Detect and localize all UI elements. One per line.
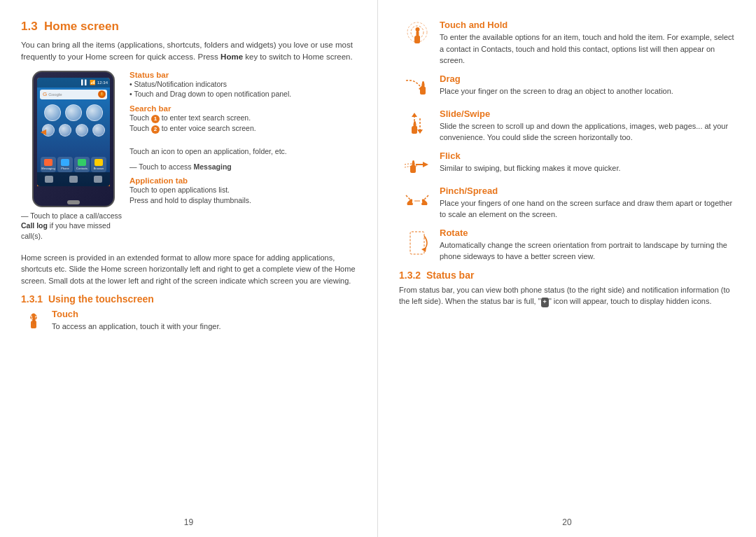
- home-button: [67, 200, 80, 204]
- callouts-panel: Status bar • Status/Notification indicat…: [126, 71, 356, 245]
- slide-swipe-desc: Slide the screen to scroll up and down t…: [440, 120, 735, 144]
- app-tab-line1: Touch to open applications list.: [130, 186, 230, 194]
- svg-rect-6: [416, 28, 419, 33]
- call-log-bold: Call log: [21, 221, 48, 230]
- msg-icon: [94, 176, 102, 183]
- status-item-2: Touch and Drag down to open notification…: [134, 90, 291, 98]
- slide-svg: [400, 109, 434, 138]
- pinch-svg: [400, 186, 434, 216]
- messaging-callout: — Touch to access Messaging: [130, 162, 356, 172]
- touch-and-hold-content: Touch and Hold To enter the available op…: [440, 20, 735, 67]
- bubble: [92, 124, 105, 137]
- touch-hold-svg: [400, 20, 434, 55]
- pinch-spread-content: Pinch/Spread Place your fingers of one h…: [440, 186, 735, 221]
- section-number: 1.3: [21, 20, 38, 33]
- search-bar-text: Touch 1 to enter text search screen. Tou…: [130, 113, 356, 134]
- bubble: [86, 104, 103, 121]
- flick-desc: Similar to swiping, but flicking makes i…: [440, 162, 621, 174]
- call-icon: [45, 176, 53, 183]
- touch-description: To access an application, touch it with …: [52, 321, 221, 333]
- touch-icon-text: Touch an icon to open an application, fo…: [130, 146, 356, 157]
- touch-hand-svg: [21, 309, 46, 337]
- badge-2: 2: [151, 125, 160, 134]
- pinch-spread-desc: Place your fingers of one hand on the sc…: [440, 197, 735, 221]
- svg-marker-12: [423, 162, 428, 167]
- intro-paragraph: You can bring all the items (application…: [21, 39, 356, 64]
- status-badge-icon: +: [541, 298, 549, 307]
- search-badge: !: [98, 90, 106, 98]
- intro-bold-home: Home: [220, 53, 243, 61]
- flick-content: Flick Similar to swiping, but flicking m…: [440, 151, 621, 174]
- touch-and-hold-icon: [399, 20, 435, 55]
- call-log-callout: — Touch to place a call/access Call log …: [21, 211, 126, 242]
- bubble: [44, 104, 61, 121]
- messaging-text: — Touch to access Messaging: [130, 162, 356, 172]
- app-tab-text: Touch to open applications list. Press a…: [130, 185, 356, 205]
- drag-content: Drag Place your finger on the screen to …: [440, 74, 673, 97]
- app-tab-icon: [69, 176, 78, 183]
- app-tab-title: Application tab: [130, 176, 356, 185]
- status-item-1: Status/Notification indicators: [134, 80, 227, 88]
- messaging-icon: Messaging: [41, 157, 56, 172]
- phone-icon: Phone: [57, 157, 73, 172]
- page-left: 1.3 Home screen You can bring all the it…: [0, 0, 378, 537]
- bubble: [76, 124, 88, 137]
- gesture-drag: Drag Place your finger on the screen to …: [399, 74, 735, 102]
- svg-marker-9: [412, 113, 417, 117]
- svg-marker-11: [417, 130, 423, 134]
- page-number-left: 19: [184, 517, 193, 527]
- bottom-paragraph: Home screen is provided in an extended f…: [21, 252, 356, 287]
- touch-gesture-icon: [21, 309, 48, 339]
- page-right: Touch and Hold To enter the available op…: [378, 0, 756, 537]
- touch-icon-callout: Touch an icon to open an application, fo…: [130, 146, 356, 157]
- app-icons-row: Messaging Phone Contacts Browser: [37, 157, 110, 172]
- svg-rect-10: [414, 121, 416, 126]
- messaging-prefix: Touch to access: [139, 162, 191, 171]
- drag-icon: [399, 74, 435, 102]
- gesture-slide-swipe: Slide/Swipe Slide the screen to scroll u…: [399, 109, 735, 144]
- touch-gesture-block: Touch To access an application, touch it…: [21, 309, 356, 339]
- status-section-heading: Status bar: [426, 270, 474, 281]
- svg-marker-17: [421, 247, 426, 252]
- phone-screen: ▌▌ 📶 12:34 G Google !: [37, 78, 110, 186]
- messaging-bold: Messaging: [193, 162, 231, 171]
- pinch-spread-title: Pinch/Spread: [440, 186, 735, 196]
- badge-1: 1: [151, 115, 160, 123]
- browser-icon: Browser: [91, 157, 106, 172]
- status-bar-paragraph: From status bar, you can view both phone…: [399, 284, 735, 307]
- slide-swipe-icon: [399, 109, 435, 138]
- sub-section-number: 1.3.1: [21, 293, 43, 305]
- sub-section-heading: Using the touchscreen: [48, 293, 154, 305]
- gesture-touch-and-hold: Touch and Hold To enter the available op…: [399, 20, 735, 67]
- svg-rect-13: [412, 160, 414, 165]
- left-arrow: ◄: [38, 126, 48, 137]
- svg-rect-8: [422, 81, 424, 87]
- touch-and-hold-title: Touch and Hold: [440, 20, 735, 30]
- status-bar-title: Status bar: [130, 71, 356, 79]
- phone-status-bar: ▌▌ 📶 12:34: [37, 78, 110, 88]
- sub-section-1-3-2: 1.3.2 Status bar: [399, 270, 735, 281]
- contacts-icon: Contacts: [74, 157, 90, 172]
- phone-search-bar: G Google !: [40, 90, 107, 99]
- rotate-svg: [400, 228, 434, 258]
- google-logo: G: [43, 91, 47, 97]
- app-tab-line2: Press and hold to display thumbnails.: [130, 196, 251, 204]
- rotate-icon: [399, 228, 435, 258]
- gesture-flick: Flick Similar to swiping, but flicking m…: [399, 151, 735, 179]
- status-bar-callout: Status bar • Status/Notification indicat…: [130, 71, 356, 99]
- app-tab-callout: Application tab Touch to open applicatio…: [130, 176, 356, 205]
- section-title-1-3: 1.3 Home screen: [21, 20, 356, 34]
- gesture-rotate: Rotate Automatically change the screen o…: [399, 228, 735, 263]
- drag-desc: Place your finger on the screen to drag …: [440, 85, 673, 97]
- bubble-row-2: [42, 124, 105, 137]
- drag-svg: [400, 74, 434, 102]
- touch-gesture-content: Touch To access an application, touch it…: [52, 309, 221, 333]
- svg-rect-16: [410, 232, 424, 254]
- section-heading: Home screen: [44, 20, 119, 33]
- slide-swipe-content: Slide/Swipe Slide the screen to scroll u…: [440, 109, 735, 144]
- gesture-pinch-spread: Pinch/Spread Place your fingers of one h…: [399, 186, 735, 221]
- bubble-row-1: [44, 104, 103, 121]
- drag-title: Drag: [440, 74, 673, 84]
- status-bar-items: • Status/Notification indicators • Touch…: [130, 79, 356, 99]
- intro-text-end: key to switch to Home screen.: [245, 53, 352, 61]
